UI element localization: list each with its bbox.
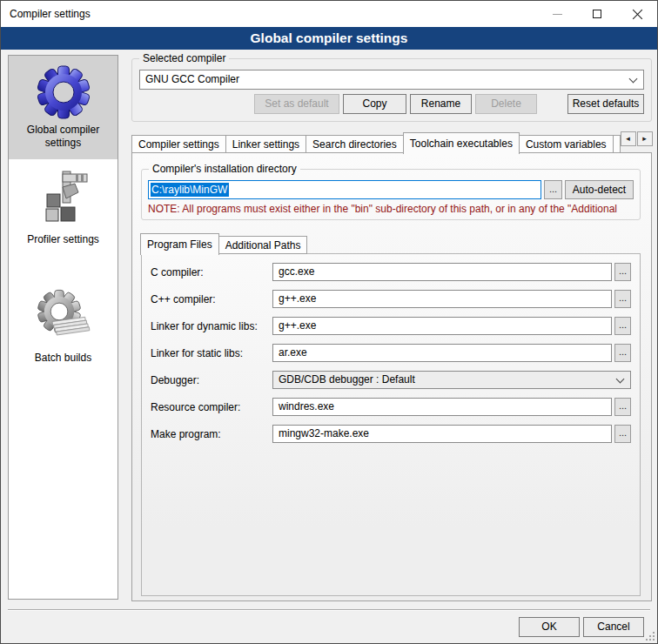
close-button[interactable] [617, 1, 657, 27]
tab-linker-settings[interactable]: Linker settings [226, 135, 306, 153]
group-label: Compiler's installation directory [149, 163, 300, 176]
auto-detect-button[interactable]: Auto-detect [565, 180, 634, 199]
form-row-resource-compiler: Resource compiler: windres.exe ... [151, 398, 631, 416]
debugger-select[interactable]: GDB/CDB debugger : Default [272, 371, 631, 389]
static-linker-input[interactable]: ar.exe [272, 344, 612, 362]
field-label: Make program: [151, 428, 272, 440]
tab-scroll-right-button[interactable]: ▸ [637, 131, 653, 146]
make-program-input[interactable]: mingw32-make.exe [272, 425, 612, 443]
installation-directory-row: C:\raylib\MinGW ... Auto-detect [148, 180, 634, 199]
field-label: Linker for static libs: [151, 347, 272, 359]
debugger-select-value: GDB/CDB debugger : Default [279, 373, 415, 386]
chevron-down-icon [616, 375, 625, 384]
cpp-compiler-input[interactable]: g++.exe [272, 290, 612, 308]
form-row-cpp-compiler: C++ compiler: g++.exe ... [151, 290, 631, 308]
blue-gear-icon [36, 64, 91, 119]
sidebar-item-label: Profiler settings [9, 233, 118, 246]
dialog-buttons: OK Cancel [519, 617, 644, 637]
cancel-button[interactable]: Cancel [583, 617, 644, 637]
dynamic-linker-input[interactable]: g++.exe [272, 317, 612, 335]
chevron-down-icon [629, 75, 638, 84]
resource-compiler-input[interactable]: windres.exe [272, 398, 612, 416]
maximize-button[interactable] [577, 1, 617, 27]
field-label: C compiler: [151, 266, 272, 278]
ok-button[interactable]: OK [519, 617, 580, 637]
tab-additional-paths[interactable]: Additional Paths [219, 236, 308, 254]
main-panel: Selected compiler GNU GCC Compiler Set a… [131, 51, 652, 601]
files-tab-bar: Program Files Additional Paths [141, 232, 641, 254]
minimize-button[interactable] [537, 1, 577, 27]
spacer [139, 94, 254, 114]
program-files-panel: C compiler: gcc.exe ... C++ compiler: g+… [141, 253, 641, 596]
page-title: Global compiler settings [1, 27, 657, 50]
tab-scroll-buttons: ◂ ▸ [621, 131, 653, 146]
field-label: Linker for dynamic libs: [151, 320, 272, 332]
resize-grip[interactable] [644, 630, 655, 641]
tab-program-files[interactable]: Program Files [140, 233, 219, 255]
maximize-icon [593, 10, 601, 18]
reset-defaults-button[interactable]: Reset defaults [567, 94, 644, 114]
sidebar-item-profiler-settings[interactable]: Profiler settings [9, 159, 118, 262]
installation-directory-input[interactable]: C:\raylib\MinGW [148, 180, 541, 199]
compiler-settings-dialog: Compiler settings Global compiler settin… [0, 0, 658, 644]
caliper-blocks-icon [36, 170, 91, 225]
minimize-icon [553, 14, 562, 15]
window-controls [537, 1, 657, 27]
window-title: Compiler settings [1, 8, 91, 20]
installation-directory-group: Compiler's installation directory C:\ray… [141, 169, 641, 220]
tab-search-directories[interactable]: Search directories [306, 135, 404, 153]
gray-gear-papers-icon [36, 288, 91, 344]
field-label: Debugger: [151, 374, 272, 386]
copy-button[interactable]: Copy [343, 94, 406, 114]
browse-button[interactable]: ... [614, 290, 631, 308]
settings-tab-bar: Compiler settings Linker settings Search… [131, 131, 652, 153]
sidebar-item-label: Batch builds [9, 352, 118, 365]
note-text: NOTE: All programs must exist either in … [148, 203, 634, 215]
tab-custom-variables[interactable]: Custom variables [520, 135, 614, 153]
compiler-select-value: GNU GCC Compiler [145, 73, 239, 85]
selected-compiler-group: Selected compiler GNU GCC Compiler Set a… [131, 58, 652, 122]
toolchain-executables-page: Compiler's installation directory C:\ray… [131, 152, 652, 601]
sidebar-item-global-compiler-settings[interactable]: Global compiler settings [9, 56, 118, 159]
tab-build-options-truncated[interactable]: Build options [614, 135, 621, 153]
browse-directory-button[interactable]: ... [544, 180, 562, 199]
tab-scroll-left-button[interactable]: ◂ [621, 131, 636, 146]
form-row-static-linker: Linker for static libs: ar.exe ... [151, 344, 631, 362]
compiler-select[interactable]: GNU GCC Compiler [139, 70, 644, 90]
sidebar-item-batch-builds[interactable]: Batch builds [9, 277, 118, 380]
tab-toolchain-executables[interactable]: Toolchain executables [403, 132, 520, 154]
field-label: Resource compiler: [151, 401, 272, 413]
form-row-c-compiler: C compiler: gcc.exe ... [151, 263, 631, 281]
browse-button[interactable]: ... [614, 263, 631, 281]
rename-button[interactable]: Rename [410, 94, 472, 114]
tab-compiler-settings[interactable]: Compiler settings [131, 135, 226, 153]
browse-button[interactable]: ... [614, 425, 631, 443]
browse-button[interactable]: ... [614, 344, 631, 362]
title-bar: Compiler settings [1, 1, 657, 27]
close-icon [632, 9, 643, 20]
settings-category-list: Global compiler settings Profiler settin… [8, 55, 118, 600]
selected-text: C:\raylib\MinGW [151, 183, 229, 197]
browse-button[interactable]: ... [614, 317, 631, 335]
form-row-dynamic-linker: Linker for dynamic libs: g++.exe ... [151, 317, 631, 335]
field-label: C++ compiler: [151, 293, 272, 305]
form-row-make-program: Make program: mingw32-make.exe ... [151, 425, 631, 443]
delete-button[interactable]: Delete [475, 94, 537, 114]
footer-divider [8, 609, 650, 610]
compiler-buttons-row: Set as default Copy Rename Delete Reset … [139, 94, 644, 114]
sidebar-item-label: Global compiler settings [9, 124, 118, 150]
group-label: Selected compiler [139, 52, 229, 65]
form-row-debugger: Debugger: GDB/CDB debugger : Default [151, 371, 631, 389]
set-as-default-button[interactable]: Set as default [254, 94, 339, 114]
browse-button[interactable]: ... [614, 398, 631, 416]
c-compiler-input[interactable]: gcc.exe [272, 263, 612, 281]
